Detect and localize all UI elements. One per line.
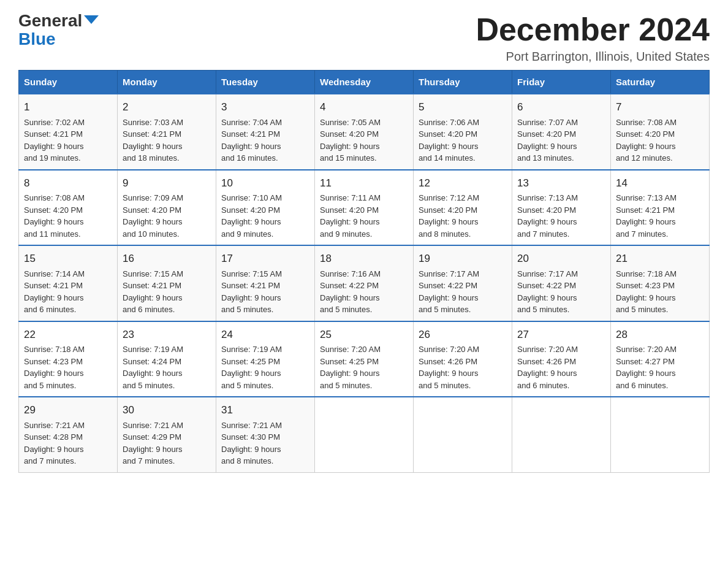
day-info: Sunrise: 7:18 AM Sunset: 4:23 PM Dayligh…: [616, 269, 677, 315]
day-info: Sunrise: 7:21 AM Sunset: 4:29 PM Dayligh…: [123, 421, 183, 466]
calendar-cell: 12 Sunrise: 7:12 AM Sunset: 4:20 PM Dayl…: [414, 170, 512, 246]
day-info: Sunrise: 7:02 AM Sunset: 4:21 PM Dayligh…: [24, 118, 85, 163]
calendar-cell: 27 Sunrise: 7:20 AM Sunset: 4:26 PM Dayl…: [512, 321, 611, 397]
calendar-cell: [611, 397, 710, 472]
calendar-cell: 3 Sunrise: 7:04 AM Sunset: 4:21 PM Dayli…: [216, 94, 315, 170]
day-info: Sunrise: 7:13 AM Sunset: 4:21 PM Dayligh…: [616, 193, 677, 239]
day-info: Sunrise: 7:15 AM Sunset: 4:21 PM Dayligh…: [221, 269, 282, 315]
day-info: Sunrise: 7:11 AM Sunset: 4:20 PM Dayligh…: [320, 193, 381, 239]
day-info: Sunrise: 7:10 AM Sunset: 4:20 PM Dayligh…: [221, 193, 282, 239]
calendar-cell: 7 Sunrise: 7:08 AM Sunset: 4:20 PM Dayli…: [611, 94, 710, 170]
calendar-cell: 17 Sunrise: 7:15 AM Sunset: 4:21 PM Dayl…: [216, 245, 315, 321]
calendar-header-sunday: Sunday: [19, 71, 118, 94]
day-info: Sunrise: 7:20 AM Sunset: 4:27 PM Dayligh…: [616, 345, 677, 390]
calendar-cell: 5 Sunrise: 7:06 AM Sunset: 4:20 PM Dayli…: [414, 94, 512, 170]
day-info: Sunrise: 7:20 AM Sunset: 4:26 PM Dayligh…: [419, 345, 479, 390]
calendar-cell: 31 Sunrise: 7:21 AM Sunset: 4:30 PM Dayl…: [216, 397, 315, 472]
calendar-cell: 1 Sunrise: 7:02 AM Sunset: 4:21 PM Dayli…: [19, 94, 118, 170]
day-info: Sunrise: 7:16 AM Sunset: 4:22 PM Dayligh…: [320, 269, 381, 315]
day-number: 12: [419, 175, 507, 191]
day-number: 3: [221, 99, 309, 115]
day-info: Sunrise: 7:19 AM Sunset: 4:25 PM Dayligh…: [221, 345, 282, 390]
calendar-cell: 26 Sunrise: 7:20 AM Sunset: 4:26 PM Dayl…: [414, 321, 512, 397]
calendar-week-row: 1 Sunrise: 7:02 AM Sunset: 4:21 PM Dayli…: [19, 94, 710, 170]
calendar-cell: 24 Sunrise: 7:19 AM Sunset: 4:25 PM Dayl…: [216, 321, 315, 397]
calendar-cell: [512, 397, 611, 472]
day-number: 21: [616, 251, 704, 267]
calendar-cell: 6 Sunrise: 7:07 AM Sunset: 4:20 PM Dayli…: [512, 94, 611, 170]
logo-blue-text: Blue: [18, 29, 56, 49]
calendar-cell: 9 Sunrise: 7:09 AM Sunset: 4:20 PM Dayli…: [118, 170, 216, 246]
day-number: 28: [616, 327, 704, 343]
day-number: 16: [123, 251, 211, 267]
calendar-cell: 19 Sunrise: 7:17 AM Sunset: 4:22 PM Dayl…: [414, 245, 512, 321]
day-info: Sunrise: 7:21 AM Sunset: 4:30 PM Dayligh…: [221, 421, 282, 466]
calendar-week-row: 8 Sunrise: 7:08 AM Sunset: 4:20 PM Dayli…: [19, 170, 710, 246]
calendar-cell: 16 Sunrise: 7:15 AM Sunset: 4:21 PM Dayl…: [118, 245, 216, 321]
calendar-week-row: 22 Sunrise: 7:18 AM Sunset: 4:23 PM Dayl…: [19, 321, 710, 397]
calendar-header-thursday: Thursday: [414, 71, 512, 94]
calendar-cell: 20 Sunrise: 7:17 AM Sunset: 4:22 PM Dayl…: [512, 245, 611, 321]
day-info: Sunrise: 7:08 AM Sunset: 4:20 PM Dayligh…: [616, 118, 677, 163]
page-header: General Blue December 2024 Port Barringt…: [18, 12, 710, 64]
day-info: Sunrise: 7:03 AM Sunset: 4:21 PM Dayligh…: [123, 118, 183, 163]
calendar-cell: 28 Sunrise: 7:20 AM Sunset: 4:27 PM Dayl…: [611, 321, 710, 397]
day-info: Sunrise: 7:19 AM Sunset: 4:24 PM Dayligh…: [123, 345, 183, 390]
day-number: 29: [24, 402, 112, 418]
day-number: 6: [517, 99, 605, 115]
day-number: 27: [517, 327, 605, 343]
day-number: 19: [419, 251, 507, 267]
page-title: December 2024: [476, 12, 710, 47]
day-info: Sunrise: 7:07 AM Sunset: 4:20 PM Dayligh…: [517, 118, 578, 163]
calendar-week-row: 15 Sunrise: 7:14 AM Sunset: 4:21 PM Dayl…: [19, 245, 710, 321]
day-info: Sunrise: 7:05 AM Sunset: 4:20 PM Dayligh…: [320, 118, 381, 163]
calendar-header-monday: Monday: [118, 71, 216, 94]
calendar-cell: 21 Sunrise: 7:18 AM Sunset: 4:23 PM Dayl…: [611, 245, 710, 321]
calendar-cell: [315, 397, 414, 472]
day-info: Sunrise: 7:04 AM Sunset: 4:21 PM Dayligh…: [221, 118, 282, 163]
day-number: 24: [221, 327, 309, 343]
day-number: 10: [221, 175, 309, 191]
calendar-cell: 4 Sunrise: 7:05 AM Sunset: 4:20 PM Dayli…: [315, 94, 414, 170]
calendar-cell: 23 Sunrise: 7:19 AM Sunset: 4:24 PM Dayl…: [118, 321, 216, 397]
day-number: 1: [24, 99, 112, 115]
day-number: 15: [24, 251, 112, 267]
calendar-header-saturday: Saturday: [611, 71, 710, 94]
day-info: Sunrise: 7:06 AM Sunset: 4:20 PM Dayligh…: [419, 118, 479, 163]
calendar-header-friday: Friday: [512, 71, 611, 94]
calendar-cell: 13 Sunrise: 7:13 AM Sunset: 4:20 PM Dayl…: [512, 170, 611, 246]
page-subtitle: Port Barrington, Illinois, United States: [476, 50, 710, 64]
calendar-cell: 11 Sunrise: 7:11 AM Sunset: 4:20 PM Dayl…: [315, 170, 414, 246]
day-number: 2: [123, 99, 211, 115]
day-number: 17: [221, 251, 309, 267]
calendar-cell: 30 Sunrise: 7:21 AM Sunset: 4:29 PM Dayl…: [118, 397, 216, 472]
day-number: 8: [24, 175, 112, 191]
day-number: 31: [221, 402, 309, 418]
calendar-header-tuesday: Tuesday: [216, 71, 315, 94]
day-info: Sunrise: 7:17 AM Sunset: 4:22 PM Dayligh…: [517, 269, 578, 315]
day-number: 13: [517, 175, 605, 191]
day-info: Sunrise: 7:09 AM Sunset: 4:20 PM Dayligh…: [123, 193, 183, 239]
day-info: Sunrise: 7:13 AM Sunset: 4:20 PM Dayligh…: [517, 193, 578, 239]
calendar-cell: 29 Sunrise: 7:21 AM Sunset: 4:28 PM Dayl…: [19, 397, 118, 472]
day-number: 5: [419, 99, 507, 115]
title-block: December 2024 Port Barrington, Illinois,…: [476, 12, 710, 64]
logo-triangle-icon: [84, 15, 99, 24]
day-info: Sunrise: 7:17 AM Sunset: 4:22 PM Dayligh…: [419, 269, 479, 315]
day-number: 26: [419, 327, 507, 343]
day-number: 18: [320, 251, 408, 267]
day-info: Sunrise: 7:15 AM Sunset: 4:21 PM Dayligh…: [123, 269, 183, 315]
day-number: 23: [123, 327, 211, 343]
day-number: 9: [123, 175, 211, 191]
day-info: Sunrise: 7:08 AM Sunset: 4:20 PM Dayligh…: [24, 193, 85, 239]
calendar-cell: [414, 397, 512, 472]
day-info: Sunrise: 7:12 AM Sunset: 4:20 PM Dayligh…: [419, 193, 479, 239]
day-info: Sunrise: 7:18 AM Sunset: 4:23 PM Dayligh…: [24, 345, 85, 390]
calendar-cell: 10 Sunrise: 7:10 AM Sunset: 4:20 PM Dayl…: [216, 170, 315, 246]
day-info: Sunrise: 7:21 AM Sunset: 4:28 PM Dayligh…: [24, 421, 85, 466]
day-number: 14: [616, 175, 704, 191]
logo-general-text: General: [18, 12, 82, 29]
calendar-week-row: 29 Sunrise: 7:21 AM Sunset: 4:28 PM Dayl…: [19, 397, 710, 472]
day-number: 20: [517, 251, 605, 267]
day-number: 25: [320, 327, 408, 343]
